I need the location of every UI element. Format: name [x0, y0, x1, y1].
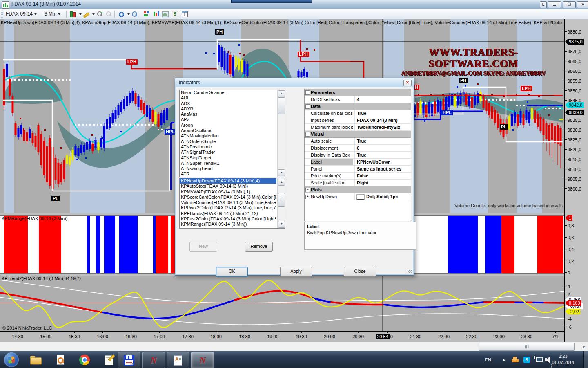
applied-indicator-item[interactable]: KPEBands(FDAX 09-14 (3 Min),21,12): [180, 211, 276, 216]
data-box-icon[interactable]: [131, 11, 138, 18]
new-button[interactable]: New: [189, 242, 217, 252]
applied-indicators-list[interactable]: KPNewUpDown(FDAX 09-14 (3 Min),4)KPAutoS…: [179, 178, 285, 229]
property-row[interactable]: Maximum bars look backTwoHundredFiftySix: [305, 124, 411, 131]
remove-button[interactable]: Remove: [245, 242, 273, 252]
plot-color-swatch[interactable]: [357, 195, 364, 200]
account-dollar-icon[interactable]: $: [172, 11, 179, 18]
drawing-tools-icon[interactable]: [82, 11, 90, 18]
taskbar-ninjatrader-button[interactable]: N: [142, 352, 165, 368]
available-indicator-item[interactable]: ATNStopTarget: [180, 155, 276, 161]
property-row[interactable]: Auto scaleTrue: [305, 138, 411, 145]
applied-indicator-item[interactable]: KPScoreCardColor(FDAX 09-14 (3 Min),Colo…: [180, 195, 276, 200]
taskbar-notepad-button[interactable]: [98, 352, 120, 368]
available-indicator-item[interactable]: ATNOrdersSingle: [180, 139, 276, 144]
available-indicator-item[interactable]: Aroon: [180, 123, 276, 128]
property-section-visual[interactable]: −Visual: [305, 131, 411, 138]
applied-indicator-item[interactable]: KPFast2Color(FDAX 09-14 (3 Min),Color [L…: [180, 216, 276, 222]
available-indicator-item[interactable]: ATNSuperTrendM1: [180, 161, 276, 166]
list-scrollbar[interactable]: ▲ ▼: [277, 90, 285, 177]
available-indicator-item[interactable]: ADX: [180, 101, 276, 106]
property-section-plots[interactable]: −Plots: [305, 186, 411, 193]
applied-indicator-item[interactable]: KPAutoStop(FDAX 09-14 (3 Min)): [180, 184, 276, 189]
chart-style-icon[interactable]: [69, 11, 77, 18]
kptrend2-panel[interactable]: KPTrend2(FDAX 09-14 (3 Min),64,19,7) © 2…: [0, 275, 564, 331]
list-scrollbar[interactable]: ▲ ▼: [277, 178, 285, 228]
dialog-close-icon[interactable]: ✕: [403, 80, 412, 86]
chevron-down-icon[interactable]: [79, 13, 82, 15]
tray-clock[interactable]: 2:23 01.07.2014: [548, 353, 578, 366]
zoom-out-icon[interactable]: [105, 11, 113, 18]
available-indicator-item[interactable]: ADL: [180, 95, 276, 101]
zoom-in-icon[interactable]: +: [96, 11, 104, 18]
property-section-data[interactable]: −Data: [305, 103, 411, 110]
taskbar-search-button[interactable]: [49, 352, 71, 368]
scroll-up-icon[interactable]: ▲: [278, 90, 285, 97]
language-indicator[interactable]: EN: [482, 351, 494, 368]
property-row[interactable]: Scale justificationRight: [305, 180, 411, 186]
taskbar-chrome-button[interactable]: [74, 352, 96, 368]
data-grid-icon[interactable]: [181, 11, 189, 18]
toolbar-grip[interactable]: [1, 11, 3, 18]
applied-indicator-item[interactable]: KPMVWAP(FDAX 09-14 (3 Min),1): [180, 189, 276, 195]
available-indicator-item[interactable]: AnaMas: [180, 112, 276, 117]
property-row[interactable]: Price marker(s)False: [305, 173, 411, 180]
close-button[interactable]: ✕: [577, 1, 588, 8]
property-row[interactable]: PanelSame as input series: [305, 166, 411, 173]
price-axis[interactable]: 9880,09870,09865,09860,09855,09850,09845…: [564, 19, 588, 342]
dialog-resize-grip[interactable]: [408, 269, 412, 273]
available-indicator-item[interactable]: Nison Candle Scanner: [180, 90, 276, 95]
cursor-mode-icon[interactable]: [118, 11, 125, 18]
link-button[interactable]: L: [540, 1, 547, 8]
snapshot-icon[interactable]: [162, 11, 169, 18]
scrollbar-thumb[interactable]: [278, 97, 285, 114]
property-row[interactable]: Calculate on bar closeTrue: [305, 110, 411, 117]
available-indicator-item[interactable]: ATNswingTrend: [180, 166, 276, 171]
applied-indicator-item[interactable]: KPNewUpDown(FDAX 09-14 (3 Min),4): [180, 178, 276, 184]
available-indicator-item[interactable]: ATNPostionInfo: [180, 144, 276, 150]
horizontal-scrollbar[interactable]: ▶: [0, 342, 588, 351]
restore-button[interactable]: ❐: [563, 1, 576, 8]
skype-icon[interactable]: S: [523, 351, 532, 368]
window-titlebar[interactable]: FDAX 09-14 (3 Min) 01.07.2014 L ❐ ✕: [0, 0, 588, 9]
chevron-down-icon[interactable]: [92, 13, 95, 15]
bars-panel-icon[interactable]: [143, 11, 150, 18]
instrument-dropdown[interactable]: FDAX 09-14: [4, 10, 38, 18]
applied-indicator-item[interactable]: VolumeCounter(FDAX 09-14 (3 Min),True,Fa…: [180, 200, 276, 205]
close-dialog-button[interactable]: Close: [344, 267, 376, 277]
scroll-down-icon[interactable]: ▼: [278, 221, 285, 228]
applied-indicator-item[interactable]: KPPivot2Color(FDAX 09-14 (3 Min),True,Tr…: [180, 205, 276, 211]
scrollbar-right-arrow[interactable]: ▶: [581, 344, 586, 350]
minimize-button[interactable]: [548, 1, 561, 8]
scroll-up-icon[interactable]: ▲: [278, 179, 285, 186]
available-indicator-item[interactable]: APZ: [180, 117, 276, 122]
available-indicator-item[interactable]: ATR: [180, 171, 276, 177]
applied-indicator-item[interactable]: KPMRange(FDAX 09-14 (3 Min)): [180, 222, 276, 227]
taskbar-document-button[interactable]: A: [167, 352, 189, 368]
property-row[interactable]: +NewUpDownDot; Solid; 1px: [305, 193, 411, 200]
tray-expand-icon[interactable]: ▲: [500, 351, 508, 368]
network-icon[interactable]: [533, 351, 543, 368]
start-button[interactable]: [4, 352, 19, 367]
available-indicator-item[interactable]: AroonOscillator: [180, 128, 276, 133]
show-desktop-button[interactable]: [583, 351, 588, 368]
apply-button[interactable]: Apply: [280, 267, 312, 277]
property-row[interactable]: Input seriesFDAX 09-14 (3 Min): [305, 117, 411, 124]
market-analyzer-icon[interactable]: [153, 11, 160, 18]
taskbar-floppy64-button[interactable]: 64: [118, 352, 140, 368]
available-indicator-item[interactable]: ATNSignalTrader: [180, 150, 276, 155]
taskbar-explorer-button[interactable]: [24, 352, 47, 368]
interval-dropdown[interactable]: 3 Min: [43, 10, 62, 18]
property-row[interactable]: DotOffsetTicks4: [305, 96, 411, 103]
available-indicator-item[interactable]: ADXR: [180, 106, 276, 112]
scrollbar-thumb[interactable]: [278, 193, 285, 207]
indicator-property-grid[interactable]: −ParametersDotOffsetTicks4−DataCalculate…: [304, 89, 411, 221]
property-section-parameters[interactable]: −Parameters: [305, 89, 411, 96]
property-row[interactable]: Displacement0: [305, 145, 411, 152]
dialog-titlebar[interactable]: Indicators ✕: [175, 78, 414, 87]
available-indicator-item[interactable]: ATNMovingMedian: [180, 133, 276, 139]
taskbar-ninjatrader-active-button[interactable]: N: [191, 352, 214, 368]
property-row[interactable]: Display in Data BoxTrue: [305, 152, 411, 159]
scroll-down-icon[interactable]: ▼: [278, 169, 285, 176]
scrollbar-thumb[interactable]: [479, 343, 575, 351]
weather-cloud-icon[interactable]: [510, 351, 520, 368]
